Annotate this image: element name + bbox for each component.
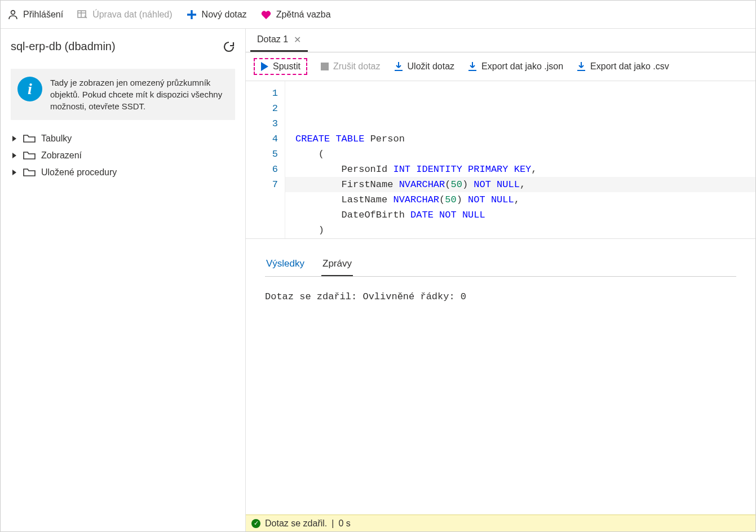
cancel-button[interactable]: Zrušit dotaz <box>321 61 381 72</box>
run-label: Spustit <box>273 61 300 72</box>
save-query-button[interactable]: Uložit dotaz <box>394 61 455 72</box>
tab-results[interactable]: Výsledky <box>265 255 306 276</box>
top-toolbar: Přihlášení Úprava dat (náhled) Nový dota… <box>1 1 755 29</box>
folder-icon <box>23 134 36 144</box>
info-text: Tady je zobrazen jen omezený průzkumník … <box>50 77 228 112</box>
svg-point-0 <box>11 10 15 14</box>
edit-data-button[interactable]: Úprava dat (náhled) <box>77 9 172 20</box>
play-icon <box>260 62 268 71</box>
svg-rect-1 <box>78 11 86 17</box>
info-banner: i Tady je zobrazen jen omezený průzkumní… <box>11 69 235 120</box>
tab-messages[interactable]: Zprávy <box>321 255 353 276</box>
new-query-label: Nový dotaz <box>202 10 247 20</box>
run-button[interactable]: Spustit <box>254 58 307 75</box>
tree: Tabulky Zobrazení Uložené procedury <box>11 130 235 181</box>
tab-label: Dotaz 1 <box>257 34 288 45</box>
new-query-button[interactable]: Nový dotaz <box>186 9 247 20</box>
download-icon <box>577 61 586 72</box>
database-title: sql-erp-db (dbadmin) <box>11 40 116 53</box>
caret-right-icon <box>12 169 17 176</box>
results-pane: Výsledky Zprávy Dotaz se zdařil: Ovlivně… <box>246 239 755 515</box>
plus-icon <box>186 9 197 20</box>
message-output: Dotaz se zdařil: Ovlivněné řádky: 0 <box>265 277 736 317</box>
tree-label: Zobrazení <box>41 150 82 161</box>
caret-right-icon <box>12 135 17 142</box>
user-icon <box>7 9 19 20</box>
login-label: Přihlášení <box>23 10 63 20</box>
folder-icon <box>23 167 36 178</box>
object-explorer: sql-erp-db (dbadmin) i Tady je zobrazen … <box>1 29 246 531</box>
tree-label: Uložené procedury <box>41 167 117 178</box>
status-bar: ✓ Dotaz se zdařil. | 0 s <box>246 515 755 531</box>
status-text: Dotaz se zdařil. <box>265 518 327 529</box>
line-gutter: 1234567 <box>246 81 285 238</box>
result-tabs: Výsledky Zprávy <box>265 255 736 277</box>
refresh-icon <box>223 41 235 53</box>
table-edit-icon <box>77 9 88 20</box>
export-json-label: Export dat jako .json <box>481 61 563 72</box>
stop-icon <box>321 63 329 70</box>
cancel-label: Zrušit dotaz <box>333 61 381 72</box>
export-json-button[interactable]: Export dat jako .json <box>468 61 563 72</box>
heart-icon <box>260 9 272 20</box>
tab-query-1[interactable]: Dotaz 1 ✕ <box>250 29 308 52</box>
sql-editor[interactable]: 1234567 CREATE TABLE Person ( PersonId I… <box>246 81 755 239</box>
code-area[interactable]: CREATE TABLE Person ( PersonId INT IDENT… <box>285 81 755 238</box>
tree-item-sprocs[interactable]: Uložené procedury <box>11 164 235 181</box>
feedback-button[interactable]: Zpětná vazba <box>260 9 331 20</box>
login-button[interactable]: Přihlášení <box>7 9 63 20</box>
close-icon[interactable]: ✕ <box>294 34 301 45</box>
edit-data-label: Úprava dat (náhled) <box>92 10 172 20</box>
svg-rect-2 <box>321 63 329 70</box>
success-icon: ✓ <box>251 519 260 528</box>
download-icon <box>394 61 403 72</box>
tree-item-tables[interactable]: Tabulky <box>11 130 235 147</box>
feedback-label: Zpětná vazba <box>276 10 331 20</box>
caret-right-icon <box>12 152 17 159</box>
export-csv-label: Export dat jako .csv <box>590 61 669 72</box>
database-header: sql-erp-db (dbadmin) <box>11 37 235 59</box>
tree-label: Tabulky <box>41 134 72 144</box>
query-toolbar: Spustit Zrušit dotaz Uložit dotaz Export… <box>246 52 755 81</box>
export-csv-button[interactable]: Export dat jako .csv <box>577 61 669 72</box>
editor-tabs: Dotaz 1 ✕ <box>246 29 755 52</box>
refresh-button[interactable] <box>223 41 235 53</box>
download-icon <box>468 61 477 72</box>
status-time: 0 s <box>338 518 350 529</box>
save-label: Uložit dotaz <box>408 61 455 72</box>
folder-icon <box>23 150 36 161</box>
status-sep: | <box>331 518 334 529</box>
query-panel: Dotaz 1 ✕ Spustit Zrušit dotaz Uložit do… <box>246 29 755 531</box>
info-icon: i <box>17 77 42 101</box>
tree-item-views[interactable]: Zobrazení <box>11 147 235 164</box>
